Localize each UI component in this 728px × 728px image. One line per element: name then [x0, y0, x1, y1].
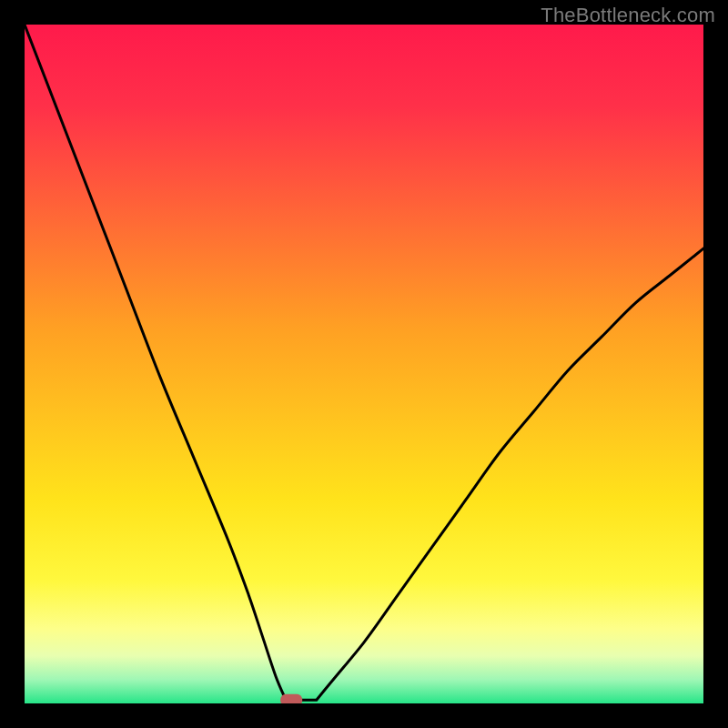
chart-frame: TheBottleneck.com — [0, 0, 728, 728]
gradient-background — [25, 25, 703, 703]
bottleneck-chart — [25, 25, 703, 703]
plot-area — [25, 25, 703, 703]
optimum-marker — [280, 694, 302, 703]
